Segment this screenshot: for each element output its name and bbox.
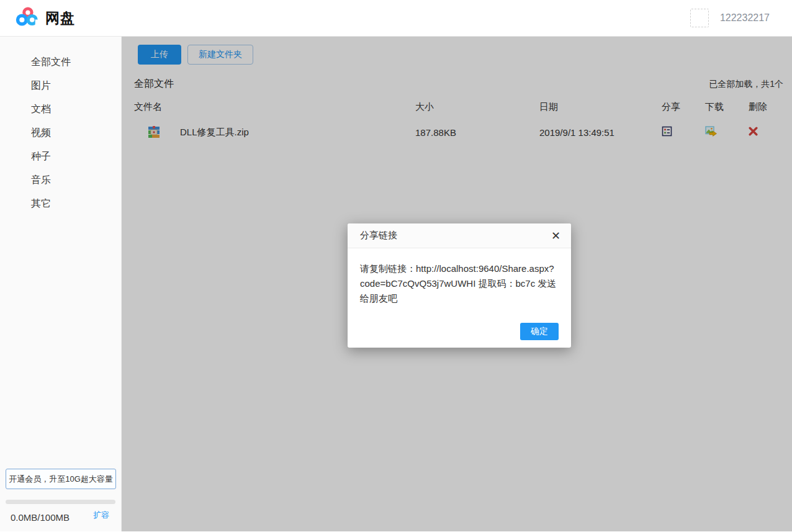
share-link-text: 请复制链接：http://localhost:9640/Share.aspx?c…	[348, 248, 571, 306]
layout: 全部文件 图片 文档 视频 种子 音乐 其它 开通会员，升至10G超大容量 0.…	[0, 37, 792, 531]
user-id: 122232217	[720, 12, 770, 24]
upgrade-member-button[interactable]: 开通会员，升至10G超大容量	[6, 469, 116, 489]
sidebar-item-music[interactable]: 音乐	[0, 168, 121, 192]
modal-header: 分享链接 ✕	[348, 223, 571, 248]
netdisk-cloud-logo-icon	[15, 4, 40, 32]
sidebar: 全部文件 图片 文档 视频 种子 音乐 其它 开通会员，升至10G超大容量 0.…	[0, 37, 122, 531]
quota-row: 0.0MB/100MB 扩容	[0, 510, 121, 526]
sidebar-item-videos[interactable]: 视频	[0, 121, 121, 145]
sidebar-nav: 全部文件 图片 文档 视频 种子 音乐 其它	[0, 37, 121, 215]
share-link-modal: 分享链接 ✕ 请复制链接：http://localhost:9640/Share…	[348, 223, 571, 348]
app-title: 网盘	[45, 9, 75, 28]
sidebar-item-all-files[interactable]: 全部文件	[0, 50, 121, 74]
sidebar-quota-area: 开通会员，升至10G超大容量 0.0MB/100MB 扩容	[0, 469, 121, 531]
avatar[interactable]	[690, 9, 709, 27]
sidebar-item-other[interactable]: 其它	[0, 192, 121, 215]
main-content: 上传 新建文件夹 全部文件 已全部加载，共1个 文件名 大小 日期 分享 下载 …	[122, 37, 792, 531]
expand-capacity-link[interactable]: 扩容	[93, 510, 109, 523]
confirm-button[interactable]: 确定	[520, 323, 559, 340]
sidebar-item-documents[interactable]: 文档	[0, 97, 121, 121]
sidebar-item-torrents[interactable]: 种子	[0, 145, 121, 168]
modal-title: 分享链接	[360, 230, 397, 241]
app-header: 网盘 122232217	[0, 0, 792, 37]
logo[interactable]: 网盘	[15, 4, 75, 32]
quota-usage-text: 0.0MB/100MB	[11, 512, 70, 523]
close-icon[interactable]: ✕	[551, 230, 560, 241]
sidebar-item-images[interactable]: 图片	[0, 74, 121, 97]
header-user-area: 122232217	[690, 9, 770, 27]
quota-progress-bar	[6, 500, 115, 504]
